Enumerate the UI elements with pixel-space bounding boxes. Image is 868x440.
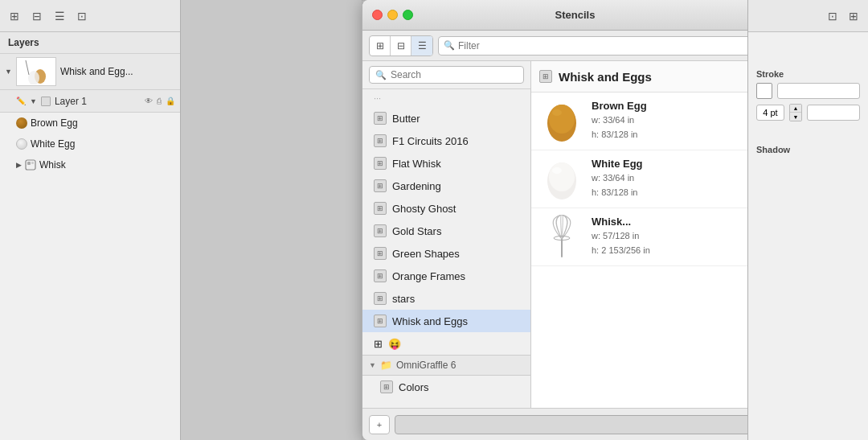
- minimize-button[interactable]: [387, 10, 398, 20]
- green-shapes-label: Green Shapes: [392, 248, 460, 260]
- view-toggle-group: ⊞ ⊟ ☰: [369, 35, 433, 56]
- right-panel: ⊡ ⊞ Stroke ▲ ▼ Shadow: [747, 0, 868, 440]
- search-box[interactable]: 🔍: [369, 66, 524, 84]
- svg-point-18: [549, 162, 575, 191]
- f1-icon: ⊞: [374, 134, 387, 147]
- filter-input-wrap[interactable]: 🔍: [438, 36, 781, 56]
- print-icon[interactable]: ⎙: [157, 97, 162, 105]
- sidebar-item-ghosty-ghost[interactable]: ⊞ Ghosty Ghost: [362, 197, 530, 220]
- layers-icon[interactable]: ⊞: [6, 8, 23, 24]
- omnigraffle-section-label: OmniGraffle 6: [396, 360, 456, 371]
- search-input[interactable]: [391, 69, 518, 80]
- search-icon: 🔍: [375, 70, 387, 80]
- stroke-end-picker[interactable]: [807, 105, 860, 121]
- view-list-large-btn[interactable]: ⊞: [370, 36, 391, 56]
- pencil-icon: ✏️: [16, 97, 26, 105]
- emoji-label: 😝: [388, 338, 401, 350]
- svg-point-16: [552, 109, 562, 116]
- butter-icon: ⊞: [374, 112, 387, 125]
- canvas-row[interactable]: ▼ Whisk and Egg...: [0, 54, 180, 90]
- sidebar-item-colors[interactable]: ⊞ Colors: [362, 376, 530, 398]
- add-stencil-btn[interactable]: +: [369, 415, 390, 434]
- stencils-body: 🔍 ··· ⊞ Butter ⊞ F1 Circuits 2016 ⊞ Flat…: [362, 61, 788, 408]
- view-grid-btn[interactable]: ⊟: [391, 36, 411, 56]
- brown-egg-preview: [539, 99, 583, 143]
- ghosty-icon: ⊞: [374, 202, 387, 215]
- right-spacer: [748, 32, 868, 64]
- sidebar-item-f1circuits[interactable]: ⊞ F1 Circuits 2016: [362, 130, 530, 152]
- stroke-color-swatch[interactable]: [756, 83, 772, 99]
- view-list-btn[interactable]: ☰: [411, 36, 432, 56]
- bottom-search-input[interactable]: [395, 415, 781, 434]
- sidebar-item-whisk-eggs[interactable]: ⊞ Whisk and Eggs: [362, 310, 530, 332]
- svg-point-15: [549, 105, 575, 134]
- sidebar-item-flat-whisk[interactable]: ⊞ Flat Whisk: [362, 152, 530, 175]
- layers-title: Layers: [0, 32, 180, 54]
- white-egg-icon: [16, 138, 27, 150]
- sidebar-item-stars[interactable]: ⊞ stars: [362, 287, 530, 310]
- maximize-button[interactable]: [403, 10, 413, 20]
- section-collapse-arrow: ▼: [369, 361, 376, 369]
- stroke-row: [748, 80, 868, 101]
- canvas-thumbnail[interactable]: [16, 57, 56, 86]
- brown-egg-label: Brown Egg: [31, 117, 175, 129]
- stencils-bottom-bar: +: [362, 408, 788, 440]
- gardening-label: Gardening: [392, 180, 441, 192]
- stroke-up-btn[interactable]: ▲: [790, 105, 801, 113]
- stroke-down-btn[interactable]: ▼: [790, 113, 801, 121]
- layer-item-white-egg[interactable]: White Egg: [11, 134, 180, 154]
- action-icon[interactable]: ⊡: [74, 8, 90, 24]
- colors-icon: ⊞: [380, 380, 393, 393]
- layers-panel: ⊞ ⊟ ☰ ⊡ Layers ▼ Whisk and Egg... ✏️ ▼ L…: [0, 0, 181, 440]
- sidebar-item-gold-stars[interactable]: ⊞ Gold Stars: [362, 220, 530, 242]
- outline-icon[interactable]: ☰: [51, 8, 68, 24]
- whisk-preview: [539, 215, 583, 259]
- close-button[interactable]: [372, 10, 383, 20]
- stencils-titlebar: Stencils: [362, 0, 788, 31]
- stroke-width-stepper: ▲ ▼: [789, 104, 802, 121]
- omnigraffle-section-header[interactable]: ▼ 📁 OmniGraffle 6: [362, 355, 530, 376]
- stars-icon: ⊞: [374, 292, 387, 305]
- layer-1-row[interactable]: ✏️ ▼ Layer 1 👁 ⎙ 🔒: [0, 90, 180, 113]
- inspector-icon[interactable]: ⊡: [825, 8, 841, 24]
- panel-icon[interactable]: ⊞: [845, 8, 862, 24]
- layer-1-label: Layer 1: [55, 96, 141, 107]
- eye-icon[interactable]: 👁: [145, 97, 153, 105]
- sidebar-item-butter[interactable]: ⊞ Butter: [362, 107, 530, 130]
- whisk-expand-arrow: ▶: [16, 161, 22, 169]
- orange-frames-label: Orange Frames: [392, 270, 465, 282]
- f1-label: F1 Circuits 2016: [392, 135, 469, 147]
- white-egg-label: White Egg: [31, 138, 175, 150]
- sidebar-item-emoji[interactable]: ⊞ 😝: [362, 332, 530, 355]
- gold-stars-icon: ⊞: [374, 224, 387, 237]
- align-icon[interactable]: ⊟: [29, 8, 45, 24]
- sidebar-item-gardening[interactable]: ⊞ Gardening: [362, 175, 530, 197]
- search-box-wrap: 🔍: [362, 61, 530, 89]
- filter-input[interactable]: [458, 40, 776, 51]
- right-spacer-2: [748, 124, 868, 140]
- ghosty-label: Ghosty Ghost: [392, 203, 456, 215]
- colors-label: Colors: [399, 381, 429, 393]
- stencils-sidebar: 🔍 ··· ⊞ Butter ⊞ F1 Circuits 2016 ⊞ Flat…: [362, 61, 531, 408]
- layer-icon: [41, 97, 51, 106]
- stencils-panel: Stencils ⊞ ⊟ ☰ 🔍 🔍 ···: [362, 0, 788, 440]
- svg-rect-4: [27, 162, 31, 165]
- right-toolbar: ⊡ ⊞: [748, 0, 868, 32]
- lock-icon[interactable]: 🔒: [166, 97, 175, 105]
- stroke-style-picker[interactable]: [777, 83, 860, 99]
- stars-label: stars: [392, 293, 415, 305]
- sidebar-item-green-shapes[interactable]: ⊞ Green Shapes: [362, 242, 530, 265]
- emoji-icon: ⊞: [374, 338, 383, 350]
- layer-item-brown-egg[interactable]: Brown Egg: [11, 113, 180, 134]
- left-toolbar: ⊞ ⊟ ☰ ⊡: [0, 0, 180, 32]
- sidebar-item-orange-frames[interactable]: ⊞ Orange Frames: [362, 265, 530, 287]
- svg-line-2: [26, 60, 29, 75]
- folder-icon: 📁: [380, 360, 392, 371]
- whisk-label: Whisk: [39, 159, 175, 171]
- shadow-section-title: Shadow: [748, 140, 868, 156]
- stroke-width-input[interactable]: [756, 105, 784, 121]
- layer-item-whisk[interactable]: ▶ Whisk: [11, 154, 180, 175]
- scroll-up-indicator: ···: [362, 89, 530, 107]
- stencils-toolbar: ⊞ ⊟ ☰ 🔍: [362, 31, 788, 61]
- svg-point-19: [552, 167, 562, 174]
